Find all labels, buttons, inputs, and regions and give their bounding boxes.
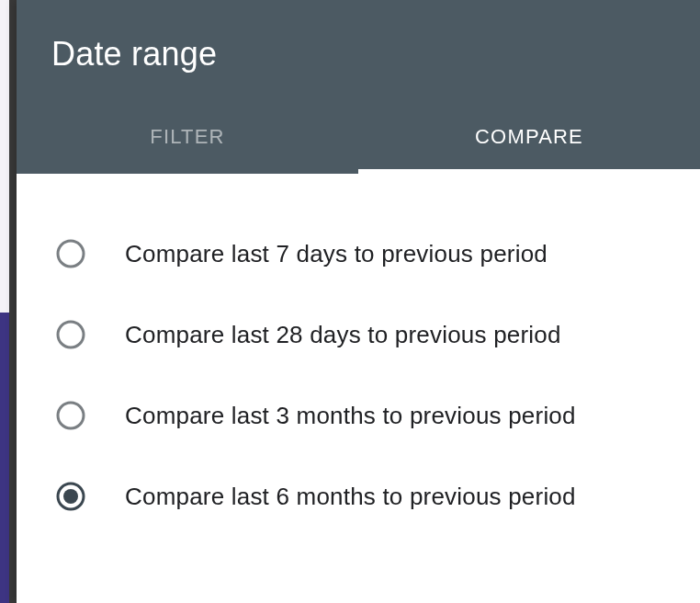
option-label: Compare last 28 days to previous period [125,321,561,349]
panel-title: Date range [17,35,700,107]
radio-icon-selected [55,481,86,512]
radio-icon [55,400,86,431]
option-last-6-months[interactable]: Compare last 6 months to previous period [55,481,682,512]
panel-header: Date range FILTER COMPARE [17,0,700,174]
tab-filter[interactable]: FILTER [17,107,358,174]
option-label: Compare last 6 months to previous period [125,483,576,511]
tabs: FILTER COMPARE [17,107,700,174]
svg-point-0 [58,241,84,267]
background-page-strip-dark [0,313,9,603]
date-range-panel: Date range FILTER COMPARE Compare last 7… [17,0,700,603]
option-label: Compare last 7 days to previous period [125,240,548,268]
svg-point-2 [58,403,84,428]
option-last-28-days[interactable]: Compare last 28 days to previous period [55,319,682,350]
option-last-7-days[interactable]: Compare last 7 days to previous period [55,238,682,269]
svg-point-4 [63,489,78,504]
radio-icon [55,238,86,269]
option-last-3-months[interactable]: Compare last 3 months to previous period [55,400,682,431]
compare-options-list: Compare last 7 days to previous period C… [17,174,700,512]
svg-point-1 [58,322,84,347]
tab-compare[interactable]: COMPARE [358,107,700,174]
option-label: Compare last 3 months to previous period [125,402,576,430]
radio-icon [55,319,86,350]
